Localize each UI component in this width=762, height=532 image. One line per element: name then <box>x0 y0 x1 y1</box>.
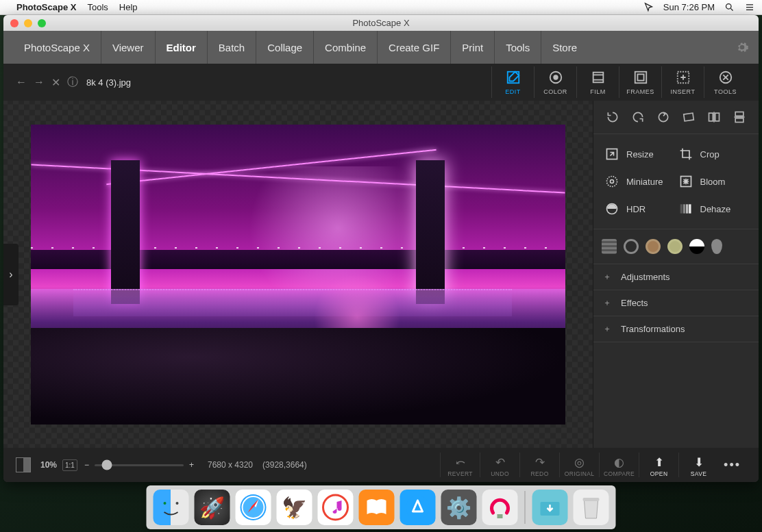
tab-combine[interactable]: Combine <box>314 31 378 64</box>
info-icon[interactable]: ⓘ <box>67 75 78 90</box>
dock-finder-icon[interactable] <box>153 490 189 525</box>
tool-resize[interactable]: Resize <box>604 147 674 162</box>
section-transformations[interactable]: ＋Transformations <box>593 316 759 342</box>
dock-settings-icon[interactable]: ⚙️ <box>441 490 477 525</box>
crop-icon <box>678 147 693 162</box>
window-zoom-button[interactable] <box>38 19 46 27</box>
dock-itunes-icon[interactable] <box>318 490 354 525</box>
tab-creategif[interactable]: Create GIF <box>378 31 451 64</box>
tab-store[interactable]: Store <box>541 31 588 64</box>
flip-vertical-icon[interactable] <box>730 109 748 125</box>
tab-batch[interactable]: Batch <box>208 31 256 64</box>
straighten-icon[interactable] <box>680 109 698 125</box>
op-revert[interactable]: ⤺REVERT <box>440 453 480 477</box>
mode-tab-color[interactable]: COLOR <box>534 66 576 98</box>
zoom-slider[interactable]: − + <box>84 460 194 470</box>
zoom-value[interactable]: 10% <box>40 460 57 470</box>
more-icon[interactable]: ••• <box>718 458 746 472</box>
dock-safari-icon[interactable] <box>236 490 271 525</box>
mode-tab-film[interactable]: FILM <box>576 66 619 98</box>
menu-help[interactable]: Help <box>119 2 138 12</box>
app-menu[interactable]: PhotoScape X <box>16 2 76 12</box>
tool-crop[interactable]: Crop <box>678 147 748 162</box>
swatch-circle-grey[interactable] <box>624 239 639 254</box>
swatch-half[interactable] <box>689 239 704 254</box>
bottom-toolbar: 10% 1:1 − + 7680 x 4320 (3928,3664) ⤺REV… <box>3 448 759 482</box>
bw-toggle-icon[interactable] <box>16 457 31 472</box>
mode-tab-insert[interactable]: INSERT <box>661 66 704 98</box>
svg-rect-12 <box>715 113 719 121</box>
section-adjustments[interactable]: ＋Adjustments <box>593 264 759 290</box>
op-label: SAVE <box>691 470 707 477</box>
tab-tools[interactable]: Tools <box>495 31 541 64</box>
dock-mail-icon[interactable]: 🦅 <box>277 490 312 525</box>
mode-label: COLOR <box>543 88 567 95</box>
tab-photoscape[interactable]: PhotoScape X <box>13 31 101 64</box>
op-open[interactable]: ⬆OPEN <box>639 453 678 477</box>
canvas-area[interactable]: › <box>3 101 593 448</box>
menubar-clock[interactable]: Sun 7:26 PM <box>663 2 715 12</box>
rotate-ccw-icon[interactable] <box>604 109 622 125</box>
zoom-in-icon[interactable]: + <box>189 460 194 470</box>
one-to-one-button[interactable]: 1:1 <box>62 459 77 471</box>
rotate-free-icon[interactable] <box>654 109 672 125</box>
flip-horizontal-icon[interactable] <box>705 109 723 125</box>
mode-label: INSERT <box>671 88 696 95</box>
zoom-out-icon[interactable]: − <box>84 460 89 470</box>
svg-rect-33 <box>583 498 600 501</box>
mode-tab-tools[interactable]: TOOLS <box>704 66 746 98</box>
editor-mode-tabs: EDIT COLOR FILM FRAMES INSERT TOOLS <box>491 66 746 98</box>
dock-photoscape-icon[interactable] <box>482 490 518 525</box>
dock-appstore-icon[interactable] <box>400 490 436 525</box>
slider-thumb[interactable] <box>102 460 112 470</box>
op-label: REDO <box>531 470 549 477</box>
nav-forward-icon[interactable]: → <box>34 76 45 88</box>
right-panel: Resize Crop Miniature Bloom HDR Dehaze ＋… <box>593 101 759 448</box>
mode-tab-frames[interactable]: FRAMES <box>619 66 661 98</box>
tab-viewer[interactable]: Viewer <box>101 31 156 64</box>
dock-ibooks-icon[interactable] <box>359 490 395 525</box>
window-minimize-button[interactable] <box>24 19 32 27</box>
section-effects[interactable]: ＋Effects <box>593 290 759 316</box>
swatch-drop-icon[interactable] <box>711 239 722 254</box>
menu-tools[interactable]: Tools <box>87 2 108 12</box>
swatch-circle-olive[interactable] <box>667 239 683 254</box>
tab-collage[interactable]: Collage <box>256 31 314 64</box>
image-preview[interactable] <box>31 125 565 425</box>
rotate-cw-icon[interactable] <box>629 109 647 125</box>
tool-dehaze[interactable]: Dehaze <box>678 201 748 216</box>
op-save[interactable]: ⬇SAVE <box>678 453 718 477</box>
tool-hdr[interactable]: HDR <box>604 201 674 216</box>
op-redo[interactable]: ↷REDO <box>519 453 559 477</box>
swatch-circle-warm[interactable] <box>646 239 661 254</box>
nav-back-icon[interactable]: ← <box>16 76 27 88</box>
tab-print[interactable]: Print <box>451 31 495 64</box>
dock-separator <box>525 491 526 524</box>
window-close-button[interactable] <box>10 19 19 27</box>
op-original[interactable]: ◎ORIGINAL <box>559 453 599 477</box>
hdr-icon <box>604 201 619 216</box>
op-label: OPEN <box>650 470 668 477</box>
op-undo[interactable]: ↶UNDO <box>480 453 519 477</box>
dock-downloads-icon[interactable] <box>532 490 568 525</box>
dock-launchpad-icon[interactable]: 🚀 <box>195 490 230 525</box>
spotlight-icon[interactable] <box>724 2 735 12</box>
op-label: REVERT <box>447 470 473 477</box>
tool-miniature[interactable]: Miniature <box>604 174 674 189</box>
swatch-texture[interactable] <box>602 239 617 254</box>
svg-point-9 <box>659 112 667 121</box>
op-compare[interactable]: ◐COMPARE <box>599 453 639 477</box>
menu-list-icon[interactable] <box>744 2 755 12</box>
nav-close-icon[interactable]: ✕ <box>51 76 60 89</box>
cursor-indicator-icon <box>643 2 654 12</box>
dock-trash-icon[interactable] <box>574 490 609 525</box>
section-label: Transformations <box>621 324 685 334</box>
mode-tab-edit[interactable]: EDIT <box>491 66 534 98</box>
section-label: Adjustments <box>621 272 670 282</box>
tab-editor[interactable]: Editor <box>156 31 208 64</box>
tool-bloom[interactable]: Bloom <box>678 174 748 189</box>
side-panel-handle[interactable]: › <box>3 244 19 305</box>
titlebar[interactable]: PhotoScape X <box>3 15 759 31</box>
settings-gear-icon[interactable] <box>735 40 749 54</box>
mode-label: EDIT <box>505 88 521 95</box>
